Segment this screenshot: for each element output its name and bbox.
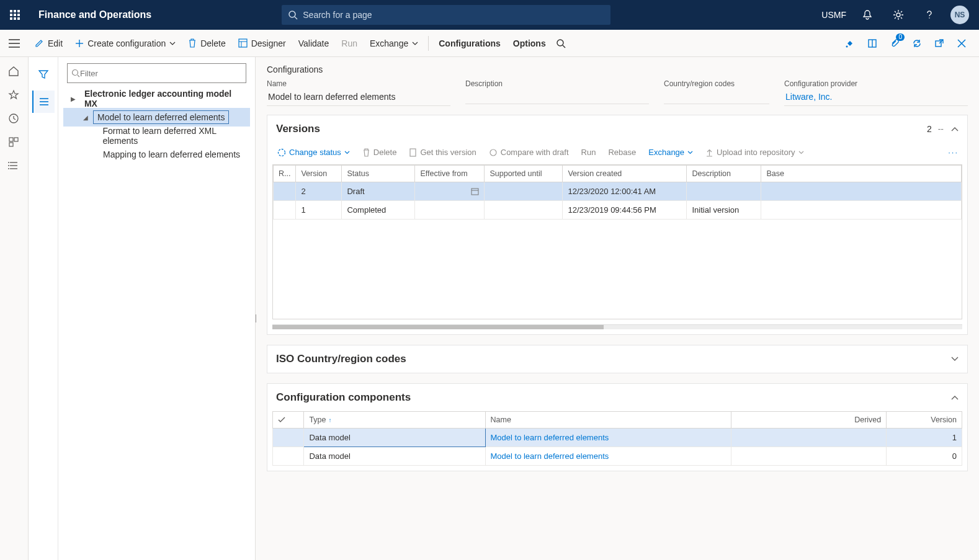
col-desc[interactable]: Description	[687, 166, 761, 182]
modules-rail-button[interactable]	[8, 160, 20, 172]
row-check[interactable]	[273, 447, 304, 466]
col-supported[interactable]: Supported until	[485, 166, 563, 182]
splitter-handle[interactable]: ‖	[256, 309, 257, 327]
version-cell[interactable]	[761, 182, 962, 201]
related-info-button[interactable]	[32, 91, 55, 113]
description-field-value[interactable]	[465, 89, 649, 104]
version-cell[interactable]	[415, 182, 485, 201]
version-cell[interactable]: 0	[887, 447, 962, 466]
filter-pane-button[interactable]	[32, 63, 55, 86]
settings-button[interactable]	[888, 5, 908, 25]
row-check[interactable]	[273, 429, 304, 447]
tree-filter[interactable]	[67, 63, 246, 83]
plus-icon	[75, 39, 84, 48]
components-collapse-button[interactable]	[951, 395, 959, 400]
validate-button[interactable]: Validate	[292, 30, 336, 57]
tree-filter-input[interactable]	[80, 69, 242, 78]
edit-button[interactable]: Edit	[29, 30, 69, 57]
attachments-button[interactable]: 0	[883, 32, 906, 55]
tree-item[interactable]: Format to learn deferred XML elements	[63, 127, 250, 145]
close-button[interactable]	[950, 32, 973, 55]
col-name[interactable]: Name	[485, 412, 731, 429]
version-cell[interactable]: 1	[296, 201, 342, 220]
calendar-icon[interactable]	[471, 187, 479, 195]
name-field-value[interactable]: Model to learn deferred elements	[267, 89, 450, 106]
version-cell[interactable]	[485, 182, 563, 201]
col-status[interactable]: Status	[342, 166, 415, 182]
col-type[interactable]: Type↑	[304, 412, 485, 429]
versions-more-button[interactable]: ···	[944, 148, 962, 157]
global-search[interactable]	[282, 5, 610, 25]
col-version[interactable]: Version	[296, 166, 342, 182]
version-cell[interactable]	[274, 182, 296, 201]
version-cell[interactable]	[761, 201, 962, 220]
user-avatar[interactable]: NS	[950, 6, 969, 24]
recent-rail-button[interactable]	[8, 113, 20, 125]
version-cell[interactable]: 12/23/2020 12:00:41 AM	[563, 182, 687, 201]
name-cell[interactable]: Model to learn deferred elements	[485, 447, 731, 466]
app-launcher-button[interactable]	[5, 5, 25, 25]
derived-cell[interactable]	[731, 447, 886, 466]
components-panel-header[interactable]: Configuration components	[267, 384, 967, 411]
delete-button[interactable]: Delete	[182, 30, 231, 57]
configurations-tab[interactable]: Configurations	[432, 30, 507, 57]
versions-grid[interactable]: R... Version Status Effective from Suppo…	[272, 164, 962, 319]
col-derived[interactable]: Derived	[731, 412, 886, 429]
col-cversion[interactable]: Version	[887, 412, 962, 429]
change-status-button[interactable]: Change status	[272, 145, 355, 159]
popout-button[interactable]	[928, 32, 950, 55]
components-grid[interactable]: Type↑ Name Derived Version Data modelMod…	[272, 411, 962, 466]
version-row[interactable]: 2Draft12/23/2020 12:00:41 AM	[274, 182, 962, 201]
exchange-button[interactable]: Exchange	[364, 30, 424, 57]
version-row[interactable]: 1Completed12/23/2019 09:44:56 PMInitial …	[274, 201, 962, 220]
create-config-button[interactable]: Create configuration	[69, 30, 182, 57]
version-cell[interactable]: Completed	[342, 201, 415, 220]
versions-collapse-button[interactable]	[951, 127, 959, 131]
open-office-button[interactable]	[861, 32, 883, 55]
nav-toggle-button[interactable]	[0, 39, 29, 48]
versions-hscroll[interactable]	[272, 324, 962, 329]
designer-button[interactable]: Designer	[232, 30, 292, 57]
version-cell[interactable]	[687, 182, 761, 201]
country-field-value[interactable]	[664, 89, 769, 104]
component-row[interactable]: Data modelModel to learn deferred elemen…	[273, 447, 962, 466]
refresh-button[interactable]	[906, 32, 928, 55]
derived-cell[interactable]	[731, 429, 886, 447]
version-cell[interactable]: 12/23/2019 09:44:56 PM	[563, 201, 687, 220]
col-effective[interactable]: Effective from	[415, 166, 485, 182]
version-cell[interactable]: Initial version	[687, 201, 761, 220]
component-row[interactable]: Data modelModel to learn deferred elemen…	[273, 429, 962, 447]
type-cell[interactable]: Data model	[304, 447, 485, 466]
tree-item[interactable]: Mapping to learn deferred elements	[63, 145, 250, 164]
version-cell[interactable]	[415, 201, 485, 220]
version-cell[interactable]: 1	[887, 429, 962, 447]
favorites-rail-button[interactable]	[8, 89, 20, 102]
name-cell[interactable]: Model to learn deferred elements	[485, 429, 731, 447]
version-cell[interactable]	[274, 201, 296, 220]
iso-panel-header[interactable]: ISO Country/region codes	[267, 345, 967, 373]
provider-field-value[interactable]: Litware, Inc.	[784, 89, 968, 106]
version-cell[interactable]: Draft	[342, 182, 415, 201]
tree-item[interactable]: ▶Electronic ledger accounting model MX	[63, 89, 250, 108]
workspaces-rail-button[interactable]	[8, 136, 20, 149]
version-cell[interactable]: 2	[296, 182, 342, 201]
version-cell[interactable]	[485, 201, 563, 220]
version-exchange-button[interactable]: Exchange	[643, 145, 698, 159]
personalize-button[interactable]	[839, 32, 861, 55]
company-label[interactable]: USMF	[821, 10, 846, 20]
iso-expand-button[interactable]	[951, 357, 959, 362]
home-rail-button[interactable]	[8, 66, 20, 78]
col-base[interactable]: Base	[761, 166, 962, 182]
global-search-input[interactable]	[303, 10, 604, 20]
col-check[interactable]	[273, 412, 304, 429]
find-button[interactable]	[552, 30, 570, 57]
notifications-button[interactable]	[857, 5, 877, 25]
versions-panel-header[interactable]: Versions 2 --	[267, 115, 967, 143]
col-r[interactable]: R...	[274, 166, 296, 182]
svg-rect-9	[239, 39, 247, 47]
type-cell[interactable]: Data model	[304, 429, 485, 447]
tree-item[interactable]: ◢Model to learn deferred elements	[63, 108, 250, 127]
col-created[interactable]: Version created	[563, 166, 687, 182]
options-tab[interactable]: Options	[507, 30, 552, 57]
help-button[interactable]	[919, 5, 939, 25]
